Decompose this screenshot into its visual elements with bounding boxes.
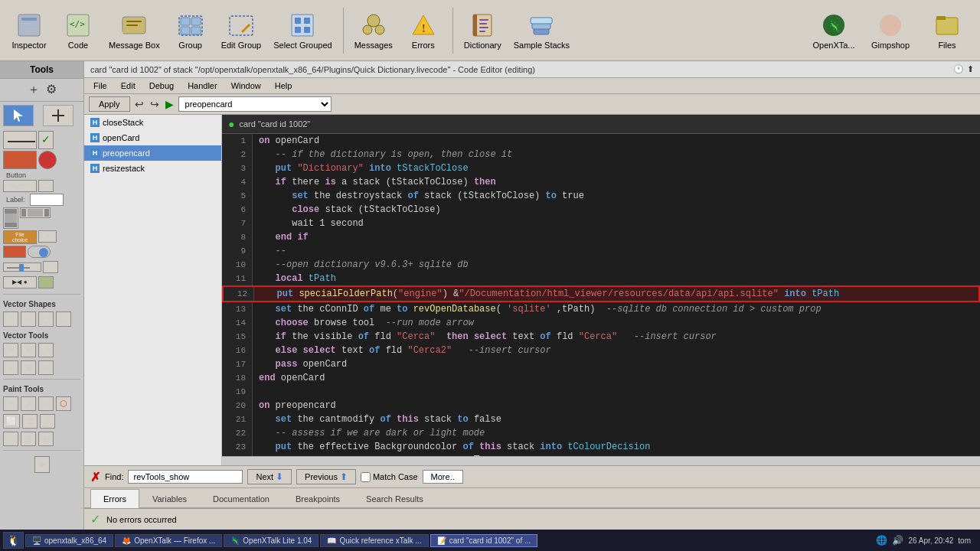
vt-group[interactable]: ⊞ bbox=[21, 360, 36, 375]
widget-player[interactable]: ▶◀ ● bbox=[3, 276, 37, 289]
pt-text[interactable]: T bbox=[40, 414, 55, 429]
pt-multi[interactable]: ⊟ bbox=[38, 432, 54, 446]
pt-fill[interactable]: ⬡ bbox=[56, 396, 71, 411]
taskbar-item-firefox[interactable]: 🦊 OpenXTalk — Firefox ... bbox=[115, 534, 222, 547]
widget-check[interactable]: ✓ bbox=[38, 131, 54, 149]
vt-anchor[interactable]: ⌖ bbox=[21, 343, 36, 357]
vt-line[interactable]: ╱ bbox=[38, 343, 54, 357]
settings-tool-icon[interactable]: ⚙ bbox=[46, 82, 57, 98]
widget-dot[interactable] bbox=[38, 151, 57, 169]
tool-crosshair[interactable] bbox=[43, 105, 74, 126]
menu-edit[interactable]: Edit bbox=[115, 80, 142, 92]
pt-layers[interactable]: ⊞ bbox=[21, 432, 36, 446]
toolbar-sample-stacks[interactable]: Sample Stacks bbox=[509, 4, 574, 57]
toolbar-errors[interactable]: ! Errors bbox=[400, 4, 446, 57]
toolbar-dictionary[interactable]: Dictionary bbox=[459, 4, 506, 57]
tool-arrow[interactable] bbox=[3, 105, 34, 126]
handler-selector[interactable]: preopencard bbox=[178, 96, 332, 112]
tab-documentation[interactable]: Documentation bbox=[200, 489, 283, 508]
taskbar-start[interactable]: 🐧 bbox=[3, 532, 24, 549]
find-more-button[interactable]: More.. bbox=[423, 470, 463, 484]
widget-toggle[interactable] bbox=[28, 246, 51, 258]
find-prev-button[interactable]: Previous ⬆ bbox=[296, 469, 356, 484]
add-tool-icon[interactable]: ＋ bbox=[28, 82, 40, 98]
svg-rect-13 bbox=[191, 27, 201, 34]
widget-rect[interactable] bbox=[3, 151, 37, 169]
redo-fwd-button[interactable]: ▶ bbox=[164, 96, 175, 112]
widget-checkbox[interactable]: ☐ bbox=[38, 180, 54, 192]
widget-line[interactable] bbox=[3, 131, 37, 149]
vt-ungroup[interactable]: ⊟ bbox=[38, 360, 54, 375]
toolbar-edit-group[interactable]: Edit Group bbox=[217, 4, 266, 57]
toolbar-files[interactable]: Files bbox=[920, 4, 974, 57]
pt-pencil[interactable]: ✏ bbox=[3, 396, 18, 411]
script-item-closestack[interactable]: H closeStack bbox=[84, 115, 221, 130]
button-label: Button bbox=[3, 171, 80, 180]
expand-icon[interactable]: ⬆ bbox=[967, 64, 974, 74]
toolbar-code[interactable]: </> Code bbox=[55, 4, 101, 57]
svg-point-21 bbox=[368, 15, 380, 27]
vs-diamond[interactable]: ◇ bbox=[3, 311, 18, 327]
toolbar-gimpshop[interactable]: 🐕 Gimpshop bbox=[864, 4, 917, 57]
code-content[interactable]: 1 on openCard 2 -- if the dictionary is … bbox=[222, 134, 980, 456]
code-line-1: 1 on openCard bbox=[222, 134, 980, 148]
menu-handler[interactable]: Handler bbox=[181, 80, 224, 92]
tab-search-results[interactable]: Search Results bbox=[353, 489, 436, 508]
widget-image[interactable] bbox=[38, 276, 54, 289]
widget-hscroll[interactable] bbox=[20, 207, 51, 218]
find-next-button[interactable]: Next ⬇ bbox=[247, 469, 292, 484]
svg-text:🦎: 🦎 bbox=[828, 20, 841, 33]
script-item-preopencard[interactable]: H preopencard bbox=[84, 145, 221, 161]
undo-button[interactable]: ↩ bbox=[133, 96, 145, 112]
redo-back-button[interactable]: ↪ bbox=[149, 96, 161, 112]
find-input[interactable] bbox=[128, 470, 243, 484]
widget-stepper[interactable]: ↕ bbox=[43, 261, 58, 273]
apply-button[interactable]: Apply bbox=[89, 96, 130, 112]
toolbar-message-box[interactable]: Message Box bbox=[104, 4, 165, 57]
script-item-opencard[interactable]: H openCard bbox=[84, 130, 221, 145]
pt-brush[interactable]: 🖌 bbox=[21, 396, 36, 411]
taskbar-item-quickref[interactable]: 📖 Quick reference xTalk ... bbox=[320, 534, 428, 547]
menu-window[interactable]: Window bbox=[225, 80, 267, 92]
code-scrollbar-h[interactable] bbox=[222, 456, 980, 465]
vs-circle[interactable]: ○ bbox=[21, 311, 36, 327]
svg-rect-27 bbox=[479, 19, 488, 21]
toolbar-inspector[interactable]: Inspector bbox=[6, 4, 52, 57]
widget-color-btn[interactable] bbox=[3, 246, 26, 258]
tab-errors[interactable]: Errors bbox=[90, 489, 139, 508]
menu-help[interactable]: Help bbox=[269, 80, 299, 92]
menu-debug[interactable]: Debug bbox=[143, 80, 180, 92]
widget-dropdown[interactable]: ▼ bbox=[38, 230, 57, 243]
toolbar-messages[interactable]: Messages bbox=[350, 4, 397, 57]
widget-label-input[interactable] bbox=[30, 194, 64, 206]
menu-file[interactable]: File bbox=[87, 80, 113, 92]
toolbar-group[interactable]: Group bbox=[168, 4, 214, 57]
vs-hexagon[interactable]: ⬡ bbox=[38, 311, 54, 327]
script-item-resizestack[interactable]: H resizestack bbox=[84, 161, 221, 176]
pt-lasso[interactable]: ⊙ bbox=[38, 396, 54, 411]
pt-eraser[interactable]: ⬜ bbox=[3, 414, 20, 429]
find-close-button[interactable]: ✗ bbox=[90, 470, 100, 484]
widget-button[interactable]: Button bbox=[3, 180, 37, 192]
vt-transform[interactable]: ⤢ bbox=[3, 360, 18, 375]
vt-pen[interactable]: ✏ bbox=[3, 343, 18, 357]
taskbar-item-openxtalk[interactable]: 🖥️ openxtalk_x86_64 bbox=[25, 534, 113, 547]
tab-variables[interactable]: Variables bbox=[139, 489, 200, 508]
status-bar: ✓ No errors occurred bbox=[84, 508, 980, 530]
code-line-14: 14 choose browse tool --run mode arrow bbox=[222, 316, 980, 330]
widget-slider[interactable] bbox=[3, 262, 41, 272]
toolbar-openxtalk[interactable]: 🦎 OpenXTa... bbox=[807, 4, 861, 57]
tools-title: Tools bbox=[0, 61, 83, 79]
paint-star[interactable]: ✦ bbox=[34, 456, 50, 473]
taskbar-item-card[interactable]: 📝 card "card id 1002" of ... bbox=[430, 534, 538, 547]
pt-select[interactable]: ⊡ bbox=[22, 414, 38, 429]
tab-breakpoints[interactable]: Breakpoints bbox=[283, 489, 353, 508]
match-case-checkbox[interactable] bbox=[361, 472, 371, 482]
toolbar-select-grouped[interactable]: Select Grouped bbox=[269, 4, 336, 57]
widget-vscroll[interactable] bbox=[3, 207, 18, 229]
vs-square[interactable]: □ bbox=[56, 311, 71, 327]
widget-file[interactable]: Filechoice bbox=[3, 230, 37, 244]
code-title-text: card "card id 1002" of stack "/opt/openx… bbox=[90, 65, 535, 74]
pt-stamp[interactable]: ⬚ bbox=[3, 432, 18, 446]
taskbar-item-openxtalk-lite[interactable]: 🦎 OpenXTalk Lite 1.04 bbox=[224, 534, 318, 547]
